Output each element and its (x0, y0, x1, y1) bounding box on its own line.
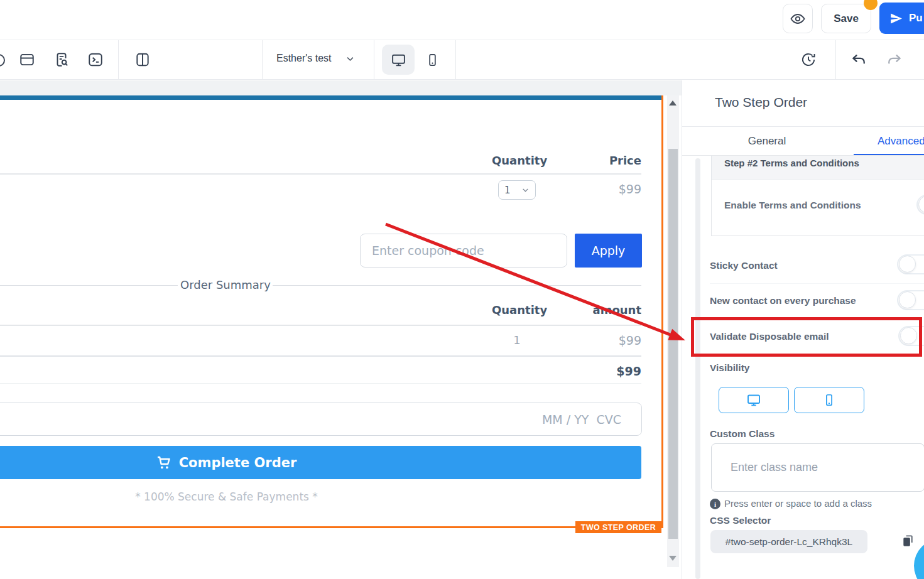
desktop-view-button[interactable] (382, 45, 415, 75)
undo-icon (851, 51, 867, 68)
info-icon: i (710, 499, 720, 509)
page-selector-dropdown[interactable]: Esther's test (276, 53, 355, 64)
copy-selector-button[interactable] (901, 534, 915, 548)
editor-canvas: Quantity Price 1 $99 Apply Order Summary… (0, 80, 682, 579)
new-contact-toggle[interactable] (897, 290, 924, 310)
summary-header-divider (0, 325, 641, 326)
summary-bottom-divider (0, 383, 641, 384)
summary-total: $99 (579, 364, 641, 378)
terms-section-header-strip: Step #2 Terms and Conditions (712, 156, 924, 180)
custom-class-label: Custom Class (710, 428, 775, 440)
editor-toolbar: Esther's test (0, 40, 924, 80)
quantity-select-value: 1 (504, 185, 511, 196)
history-clock-icon (800, 51, 817, 68)
chevron-down-icon (521, 186, 530, 194)
scroll-down-arrow[interactable] (669, 556, 677, 561)
css-selector-value: #two-setp-order-Lc_KRhqk3L (710, 530, 867, 553)
visibility-label: Visibility (710, 362, 749, 374)
sections-tool-button[interactable] (19, 51, 35, 68)
table-header-divider (0, 173, 641, 175)
preview-button[interactable] (783, 4, 813, 33)
columns-icon (134, 51, 151, 68)
product-quantity-header: Quantity (492, 154, 547, 167)
selection-tag: TWO STEP ORDER (575, 521, 661, 533)
partial-tool-icon[interactable] (0, 54, 5, 67)
summary-row-quantity: 1 (492, 333, 542, 347)
version-history-button[interactable] (800, 51, 817, 68)
quantity-select[interactable]: 1 (498, 180, 536, 200)
canvas-top-gutter (0, 80, 682, 95)
visibility-desktop-button[interactable] (719, 387, 789, 413)
tab-advanced[interactable]: Advanced (878, 135, 924, 148)
toolbar-divider (835, 40, 836, 79)
terminal-icon (87, 51, 104, 68)
toggle-knob (900, 327, 917, 344)
sticky-contact-toggle[interactable] (897, 254, 924, 274)
apply-coupon-button[interactable]: Apply (575, 234, 642, 268)
toolbar-divider (118, 40, 119, 79)
selection-border-right (661, 95, 663, 528)
top-header: Save Pu (0, 0, 924, 40)
panel-divider (682, 126, 924, 127)
product-price-value: $99 (579, 182, 641, 196)
custom-class-input[interactable] (711, 443, 924, 492)
row-divider (710, 283, 924, 284)
custom-class-field-wrap (711, 443, 924, 492)
toolbar-divider (262, 40, 263, 79)
coupon-code-input[interactable] (360, 234, 567, 268)
layout-columns-tool-button[interactable] (134, 51, 151, 68)
panel-scrollbar-track[interactable] (695, 158, 700, 579)
scroll-up-arrow[interactable] (669, 100, 677, 106)
summary-amount-header: amount (579, 303, 641, 317)
publish-button[interactable]: Pu (879, 3, 924, 34)
summary-divider-left (0, 285, 178, 286)
toggle-knob (918, 196, 924, 213)
redo-button[interactable] (886, 51, 903, 68)
code-console-tool-button[interactable] (87, 51, 104, 68)
desktop-icon (746, 392, 761, 408)
redo-icon (886, 51, 903, 68)
mobile-view-button[interactable] (421, 48, 443, 71)
unsaved-changes-dot (864, 0, 878, 10)
mobile-icon (822, 393, 836, 407)
canvas-scrollbar-track[interactable] (667, 95, 679, 567)
canvas-scrollbar-thumb[interactable] (668, 149, 678, 539)
order-summary-title: Order Summary (178, 278, 273, 291)
enable-terms-label: Enable Terms and Conditions (724, 200, 861, 211)
copy-icon (901, 534, 915, 548)
browser-window-icon (19, 51, 35, 68)
secure-payments-note: * 100% Secure & Safe Payments * (0, 490, 641, 503)
sticky-contact-label: Sticky Contact (710, 260, 778, 271)
css-selector-label: CSS Selector (710, 515, 771, 526)
chevron-down-icon (345, 54, 355, 63)
new-contact-label: New contact on every purchase (710, 295, 856, 306)
tab-general[interactable]: General (723, 135, 811, 148)
page-builder-app: Save Pu (0, 0, 924, 579)
enable-terms-toggle[interactable] (916, 195, 924, 215)
mobile-icon (425, 53, 440, 67)
validate-disposable-email-toggle[interactable] (898, 326, 924, 346)
summary-quantity-header: Quantity (492, 303, 547, 317)
card-details-input[interactable] (0, 403, 642, 436)
complete-order-button[interactable]: Complete Order (0, 446, 641, 479)
save-button[interactable]: Save (821, 4, 871, 33)
terms-section-header: Step #2 Terms and Conditions (712, 156, 924, 168)
document-search-icon (53, 51, 70, 68)
terms-section-box: Step #2 Terms and Conditions Enable Term… (711, 156, 924, 236)
section-top-bar (0, 95, 661, 100)
seo-audit-tool-button[interactable] (53, 51, 70, 68)
toggle-knob (899, 256, 916, 273)
product-price-header: Price (579, 154, 641, 167)
summary-row-divider (0, 355, 641, 357)
validate-disposable-email-label: Validate Disposable email (710, 331, 829, 342)
visibility-mobile-button[interactable] (794, 387, 864, 413)
toolbar-divider (374, 40, 374, 79)
panel-title: Two Step Order (715, 95, 807, 110)
toggle-knob (899, 291, 916, 308)
page-selector-label: Esther's test (276, 53, 332, 64)
publish-label: Pu (909, 12, 923, 24)
complete-order-label: Complete Order (179, 455, 297, 470)
toolbar-divider (455, 40, 456, 79)
undo-button[interactable] (851, 51, 867, 68)
settings-panel: Two Step Order General Advanced Step #2 … (682, 80, 924, 579)
